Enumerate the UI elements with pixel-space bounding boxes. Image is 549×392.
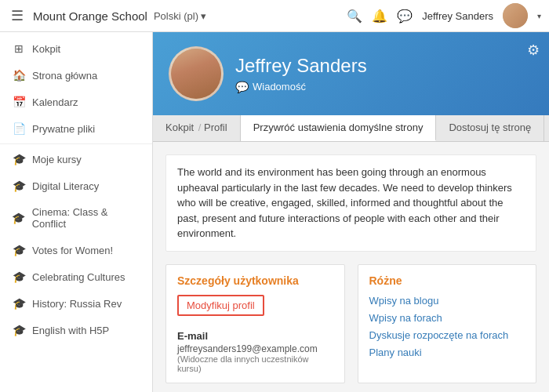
tab-kokpit[interactable]: Kokpit / Profil: [153, 115, 241, 141]
bio-text: The world and its environment has been g…: [165, 154, 536, 252]
tab-dostosuj[interactable]: Dostosuj tę stronę: [436, 115, 544, 141]
sidebar-item-label: History: Russia Rev: [32, 298, 122, 310]
user-name: Jeffrey Sanders: [422, 10, 493, 22]
sidebar-item-label: Digital Literacy: [32, 180, 99, 192]
user-details-title: Szczegóły użytkownika: [177, 274, 333, 287]
language-selector[interactable]: Polski (pl) ▾: [154, 10, 206, 22]
calendar-icon: 📅: [12, 96, 26, 108]
lang-label: Polski (pl): [154, 10, 198, 22]
home-icon: 🏠: [12, 69, 26, 82]
sidebar-item-celebrating[interactable]: 🎓 Celebrating Cultures: [0, 263, 152, 290]
sidebar-item-label: Celebrating Cultures: [32, 271, 125, 283]
course-icon: 🎓: [12, 324, 26, 336]
course-icon: 🎓: [12, 244, 26, 256]
message-button[interactable]: 💬 Wiadomość: [235, 81, 367, 93]
sidebar-item-history[interactable]: 🎓 History: Russia Rev: [0, 290, 152, 317]
sidebar-item-label: Strona główna: [32, 70, 97, 82]
user-details-card: Szczegóły użytkownika Modyfikuj profil E…: [165, 264, 345, 383]
course-icon: 🎓: [12, 180, 26, 192]
top-header: ☰ Mount Orange School Polski (pl) ▾ 🔍 🔔 …: [0, 0, 549, 32]
course-icon: 🎓: [12, 270, 26, 283]
sidebar-item-label: Prywatne pliki: [32, 123, 95, 135]
chat-icon[interactable]: 💬: [397, 9, 413, 24]
sidebar-item-label: English with H5P: [32, 325, 109, 336]
sidebar-separator: [0, 143, 152, 144]
profile-avatar: [169, 46, 224, 101]
blog-link[interactable]: Wpisy na blogu: [369, 295, 439, 307]
list-item: Dyskusje rozpoczęte na forach: [369, 329, 525, 341]
content-area: The world and its environment has been g…: [153, 142, 549, 392]
sidebar-item-label: Cinema: Class & Conflict: [32, 206, 143, 230]
school-name: Mount Orange School: [33, 9, 147, 23]
rozne-links: Wpisy na blogu Wpisy na forach Dyskusje …: [369, 295, 525, 358]
email-value: jeffreysanders199@example.com: [177, 343, 333, 354]
hamburger-icon[interactable]: ☰: [8, 4, 27, 27]
header-icons: 🔍 🔔 💬 Jeffrey Sanders ▾: [347, 3, 541, 28]
plans-link[interactable]: Plany nauki: [369, 347, 422, 358]
email-note: (Widoczne dla innych uczestników kursu): [177, 354, 333, 373]
sidebar-item-label: Votes for Women!: [32, 245, 113, 256]
bell-icon[interactable]: 🔔: [372, 9, 387, 24]
layout: ⊞ Kokpit 🏠 Strona główna 📅 Kalendarz 📄 P…: [0, 32, 549, 392]
sidebar-item-english[interactable]: 🎓 English with H5P: [0, 317, 152, 343]
sidebar: ⊞ Kokpit 🏠 Strona główna 📅 Kalendarz 📄 P…: [0, 32, 153, 392]
avatar[interactable]: [503, 3, 528, 28]
list-item: Wpisy na forach: [369, 312, 525, 324]
course-icon: 🎓: [12, 212, 26, 224]
course-icon: 🎓: [12, 153, 26, 165]
list-item: Plany nauki: [369, 347, 525, 358]
email-label: E-mail: [177, 330, 333, 342]
list-item: Wpisy na blogu: [369, 295, 525, 307]
grid-icon: ⊞: [12, 42, 26, 55]
sidebar-item-kalendarz[interactable]: 📅 Kalendarz: [0, 89, 152, 115]
sidebar-item-moje-kursy[interactable]: 🎓 Moje kursy: [0, 146, 152, 172]
settings-icon[interactable]: ⚙: [527, 42, 540, 59]
two-column-section: Szczegóły użytkownika Modyfikuj profil E…: [165, 264, 536, 383]
rozne-title: Różne: [369, 274, 525, 287]
message-label: Wiadomość: [253, 81, 306, 93]
course-icon: 🎓: [12, 297, 26, 310]
sidebar-item-kokpit[interactable]: ⊞ Kokpit: [0, 35, 152, 62]
sidebar-item-label: Kokpit: [32, 43, 60, 55]
sidebar-item-prywatne-pliki[interactable]: 📄 Prywatne pliki: [0, 115, 152, 142]
main-content: Jeffrey Sanders 💬 Wiadomość ⚙ Kokpit / P…: [153, 32, 549, 392]
tab-przywroc[interactable]: Przywróć ustawienia domyślne strony: [241, 115, 437, 141]
profile-name: Jeffrey Sanders: [235, 55, 367, 77]
modify-profile-button[interactable]: Modyfikuj profil: [177, 295, 264, 316]
sidebar-item-votes[interactable]: 🎓 Votes for Women!: [0, 237, 152, 263]
user-dropdown-arrow[interactable]: ▾: [537, 12, 541, 20]
sidebar-item-cinema[interactable]: 🎓 Cinema: Class & Conflict: [0, 199, 152, 237]
sidebar-item-strona-glowna[interactable]: 🏠 Strona główna: [0, 62, 152, 89]
discussions-link[interactable]: Dyskusje rozpoczęte na forach: [369, 329, 509, 341]
sidebar-item-digital-literacy[interactable]: 🎓 Digital Literacy: [0, 172, 152, 199]
profile-info: Jeffrey Sanders 💬 Wiadomość: [235, 55, 367, 93]
profile-header: Jeffrey Sanders 💬 Wiadomość ⚙: [153, 32, 549, 115]
profile-tabs: Kokpit / Profil Przywróć ustawienia domy…: [153, 115, 549, 142]
sidebar-item-label: Moje kursy: [32, 154, 82, 165]
sidebar-item-label: Kalendarz: [32, 96, 78, 108]
search-icon[interactable]: 🔍: [347, 9, 362, 24]
forum-link[interactable]: Wpisy na forach: [369, 312, 442, 324]
lang-arrow: ▾: [201, 10, 206, 22]
rozne-card: Różne Wpisy na blogu Wpisy na forach Dys…: [358, 264, 537, 383]
message-icon: 💬: [235, 81, 249, 93]
file-icon: 📄: [12, 122, 26, 135]
